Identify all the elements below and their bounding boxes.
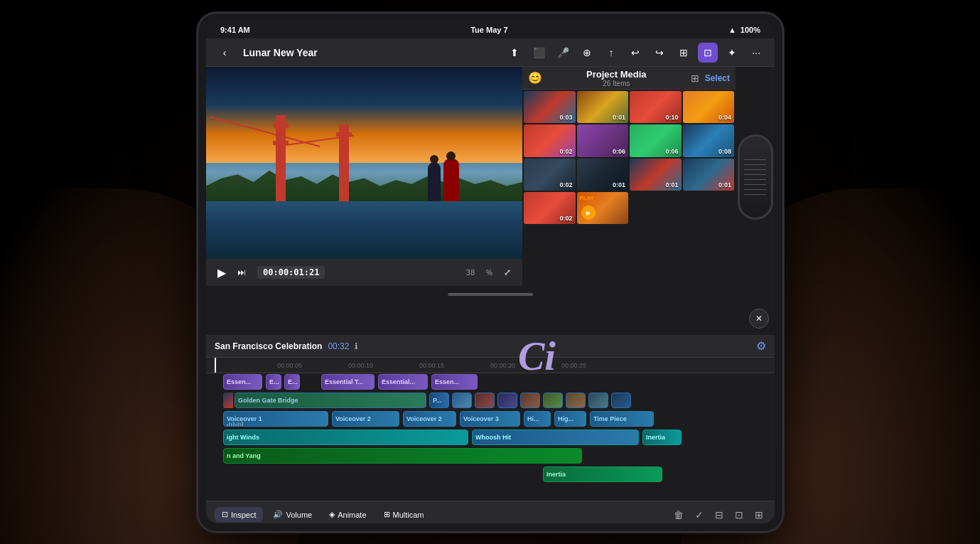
clip-block[interactable]: ight Winds	[223, 430, 468, 445]
zoom-percent: %	[486, 269, 492, 277]
sky	[206, 67, 522, 163]
clip-block[interactable]	[452, 393, 472, 408]
media-thumb[interactable]: 0:06	[577, 124, 629, 156]
clip-block[interactable]: Essential...	[378, 374, 428, 390]
clip-block[interactable]	[566, 393, 586, 408]
close-media-button[interactable]: ✕	[749, 309, 769, 329]
clip-block[interactable]: Inertia	[543, 466, 662, 482]
media-thumb[interactable]: 0:02	[524, 124, 576, 156]
clip-block[interactable]	[543, 393, 563, 408]
timeline-duration: 00:32	[328, 341, 349, 351]
media-thumb[interactable]: 0:02	[524, 192, 576, 224]
clip-block[interactable]: Essen...	[223, 374, 262, 390]
bottom-toolbar: ⊡ Inspect 🔊 Volume ◈ Animate ⊞ Multicam …	[206, 501, 775, 523]
clip-block[interactable]: Essen...	[431, 374, 478, 390]
info-button[interactable]: ℹ	[355, 341, 358, 351]
dial-tick	[744, 189, 766, 190]
clip-block[interactable]: Hig...	[554, 411, 586, 427]
media-thumb[interactable]: 0:08	[683, 124, 735, 156]
effects-button[interactable]: ✦	[722, 43, 742, 63]
multicam-button[interactable]: ⊞ Multicam	[377, 507, 431, 522]
status-time: 9:41 AM	[220, 26, 250, 34]
dial-tick	[744, 184, 766, 185]
clip-block[interactable]: n and Yang	[223, 448, 582, 464]
more-button[interactable]: ···	[746, 43, 766, 63]
grid-toggle-button[interactable]: ⊞	[691, 73, 699, 84]
clip-block[interactable]: Voiceover 2	[403, 411, 456, 427]
clip-block[interactable]: Inertia	[642, 430, 682, 445]
couple-silhouettes	[428, 159, 459, 201]
back-button[interactable]: ‹	[215, 43, 235, 63]
media-thumb[interactable]: 0:01	[577, 91, 629, 123]
volume-icon: 🔊	[273, 510, 283, 519]
clip-block[interactable]	[520, 393, 540, 408]
clip-block[interactable]: Time Piece	[590, 411, 654, 427]
media-grid: 0:03 0:01 0:10 0:04 0:02 0:06 0:06 0:08 …	[522, 90, 736, 225]
status-date: Tue May 7	[470, 26, 507, 34]
title-track: Essen... E... E... Essential T... Essent…	[215, 373, 775, 390]
voice-button[interactable]: ⊕	[577, 43, 597, 63]
person-1	[428, 162, 441, 201]
clip-block[interactable]	[611, 393, 631, 408]
play-button[interactable]: ▶	[217, 266, 226, 279]
history-button[interactable]: ↩	[625, 43, 645, 63]
clip-block[interactable]: E...	[284, 374, 300, 390]
fullscreen-button[interactable]: ⤢	[504, 267, 511, 277]
person-2	[443, 159, 459, 201]
clip-block[interactable]: Voiceover 2	[332, 411, 399, 427]
timeline-tracks: Essen... E... E... Essential T... Essent…	[206, 373, 775, 501]
step-forward-button[interactable]: ⏭	[237, 267, 246, 277]
media-button[interactable]: ⊡	[698, 43, 718, 63]
media-thumb[interactable]: 0:02	[524, 159, 576, 191]
clip-block[interactable]: P...	[429, 393, 449, 408]
ruler-mark-10: 00:00:10	[348, 362, 373, 369]
clip-block[interactable]: E...	[266, 374, 281, 390]
volume-button[interactable]: 🔊 Volume	[266, 507, 319, 522]
media-thumb[interactable]: ▶ PLAY	[577, 192, 629, 224]
share-button[interactable]: ↑	[601, 43, 621, 63]
voiceover-track: Voiceover 1 Voiceover 2 Voiceover 2 Voic…	[215, 410, 775, 427]
split-button[interactable]: ⊟	[712, 506, 726, 523]
media-thumb[interactable]: 0:03	[524, 91, 576, 123]
checkmark-button[interactable]: ✓	[692, 506, 706, 523]
clip-block[interactable]: Whoosh Hit	[472, 430, 639, 445]
select-button[interactable]: Select	[705, 73, 730, 83]
audio-button[interactable]: ⊡	[732, 506, 746, 523]
clip-block[interactable]	[475, 393, 495, 408]
media-thumb[interactable]: 0:01	[577, 159, 629, 191]
trash-button[interactable]: 🗑	[671, 506, 686, 523]
media-thumb[interactable]: 0:01	[630, 159, 682, 191]
timeline-settings-button[interactable]: ⚙	[756, 339, 766, 353]
clip-block[interactable]	[588, 393, 608, 408]
grid-view-button[interactable]: ⊞	[674, 43, 694, 63]
overflow-button[interactable]: ⊞	[752, 506, 766, 523]
playhead	[215, 358, 216, 373]
playback-controls: ▶ ⏭ 00:00:01:21 38 % ⤢	[206, 259, 522, 286]
clip-block[interactable]	[497, 393, 517, 408]
redo-button[interactable]: ↪	[650, 43, 669, 63]
emoji-icon[interactable]: 😊	[528, 71, 542, 85]
hills	[206, 163, 522, 201]
clip-block[interactable]: Essential T...	[321, 374, 375, 390]
media-browser: 0:03 0:01 0:10 0:04 0:02 0:06 0:06 0:08 …	[522, 90, 736, 287]
mic-button[interactable]: 🎤	[553, 43, 573, 63]
clip-block[interactable]: Voiceover 3	[460, 411, 520, 427]
more-icon: ···	[752, 47, 760, 58]
clip-block[interactable]: Golden Gate Bridge	[235, 393, 426, 408]
dial-tick	[744, 169, 766, 170]
media-thumb[interactable]: 0:01	[683, 159, 735, 191]
animate-button[interactable]: ◈ Animate	[322, 507, 373, 522]
media-thumb[interactable]: 0:04	[683, 91, 735, 123]
dial-wheel[interactable]	[736, 67, 775, 287]
home-bar	[448, 293, 533, 296]
inspect-button[interactable]: ⊡ Inspect	[215, 507, 263, 522]
sfx-track: ight Winds Whoosh Hit Inertia	[215, 429, 775, 446]
clip-block[interactable]: Hi...	[524, 411, 551, 427]
media-thumb[interactable]: 0:06	[630, 124, 682, 156]
media-thumb[interactable]: 0:10	[630, 91, 682, 123]
camera-button[interactable]: ⬛	[529, 43, 549, 63]
voice-icon: ⊕	[583, 47, 591, 58]
upload-button[interactable]: ⬆	[505, 43, 524, 63]
upload-icon: ⬆	[510, 47, 519, 58]
clip-block[interactable]: Voiceover 1	[223, 411, 328, 427]
